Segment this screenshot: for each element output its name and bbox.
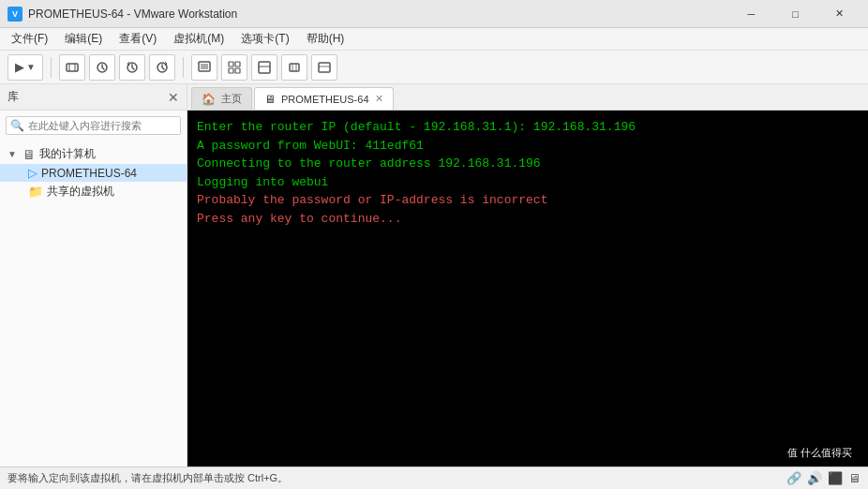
svg-rect-11 xyxy=(235,68,240,73)
vm-tab-label: PROMETHEUS-64 xyxy=(281,94,369,105)
svg-rect-17 xyxy=(319,63,330,72)
menu-tab[interactable]: 选项卡(T) xyxy=(233,29,296,49)
status-icons: 🔗 🔊 ⬛ 🖥 xyxy=(786,471,861,485)
snapshot-manager-button[interactable] xyxy=(119,54,145,81)
autofit-button[interactable] xyxy=(311,54,337,81)
terminal-line-3: Connecting to the router address 192.168… xyxy=(197,155,859,173)
terminal-line-2: A password from WebUI: 411edf61 xyxy=(197,137,859,156)
network-status-icon: 🔗 xyxy=(786,471,801,485)
menu-view[interactable]: 查看(V) xyxy=(112,29,164,49)
toolbar: ▶▼ xyxy=(0,51,868,84)
snapshot-button[interactable] xyxy=(89,54,115,81)
sidebar-item-prometheus64[interactable]: ▷ PROMETHEUS-64 xyxy=(0,164,187,182)
svg-rect-10 xyxy=(229,68,233,73)
svg-rect-14 xyxy=(290,64,299,71)
menu-vm[interactable]: 虚拟机(M) xyxy=(166,29,232,49)
send-ctrl-alt-del-button[interactable] xyxy=(59,54,85,81)
menu-file[interactable]: 文件(F) xyxy=(4,29,55,49)
terminal-line-4: Logging into webui xyxy=(197,173,859,192)
status-bar: 要将输入定向到该虚拟机，请在虚拟机内部单击或按 Ctrl+G。 🔗 🔊 ⬛ 🖥 xyxy=(0,467,868,489)
sidebar-item-shared-vms[interactable]: 📁 共享的虚拟机 xyxy=(0,182,187,201)
search-icon: 🔍 xyxy=(10,119,24,132)
stretch-button[interactable] xyxy=(281,54,307,81)
usb-status-icon: ⬛ xyxy=(828,471,843,485)
window-controls: ─ □ ✕ xyxy=(730,5,861,23)
terminal-line-6: Press any key to continue... xyxy=(197,210,859,229)
computer-icon: 🖥 xyxy=(22,147,36,162)
vm-tree: ▼ 🖥 我的计算机 ▷ PROMETHEUS-64 📁 共享的虚拟机 xyxy=(0,141,187,467)
menu-bar: 文件(F) 编辑(E) 查看(V) 虚拟机(M) 选项卡(T) 帮助(H) xyxy=(0,28,868,51)
svg-rect-0 xyxy=(67,64,78,71)
maximize-button[interactable]: □ xyxy=(774,5,816,23)
home-tab-icon: 🏠 xyxy=(202,93,216,106)
shared-icon: 📁 xyxy=(28,185,43,199)
search-input[interactable] xyxy=(28,120,176,131)
close-button[interactable]: ✕ xyxy=(818,5,861,23)
tab-close-button[interactable]: ✕ xyxy=(375,94,383,104)
expand-icon: ▼ xyxy=(7,149,19,159)
status-text: 要将输入定向到该虚拟机，请在虚拟机内部单击或按 Ctrl+G。 xyxy=(7,471,288,485)
svg-rect-9 xyxy=(235,62,240,67)
vm-tab-icon: 🖥 xyxy=(264,93,276,106)
tab-prometheus64[interactable]: 🖥 PROMETHEUS-64 ✕ xyxy=(254,87,394,110)
my-computer-group[interactable]: ▼ 🖥 我的计算机 xyxy=(0,144,187,164)
sidebar-title: 库 xyxy=(7,89,19,105)
home-tab-label: 主页 xyxy=(221,92,242,106)
terminal-line-1: Enter the router IP (default - 192.168.3… xyxy=(197,118,859,137)
svg-rect-7 xyxy=(201,64,208,69)
sidebar-header: 库 ✕ xyxy=(0,84,187,111)
terminal-line-5: Probably the password or IP-address is i… xyxy=(197,191,859,210)
svg-rect-12 xyxy=(259,62,270,73)
revert-snapshot-button[interactable] xyxy=(149,54,175,81)
vm-label: PROMETHEUS-64 xyxy=(41,167,137,180)
menu-help[interactable]: 帮助(H) xyxy=(299,29,352,49)
tab-home[interactable]: 🏠 主页 xyxy=(191,87,252,110)
content-area: 🏠 主页 🖥 PROMETHEUS-64 ✕ Enter the router … xyxy=(187,84,868,467)
main-layout: 库 ✕ 🔍 ▼ 🖥 我的计算机 ▷ PROMETHEUS-64 📁 共享的虚拟机 xyxy=(0,84,868,467)
title-bar: V PROMETHEUS-64 - VMware Workstation ─ □… xyxy=(0,0,868,28)
app-icon: V xyxy=(7,7,22,22)
full-screen-button[interactable] xyxy=(191,54,217,81)
vm-icon: ▷ xyxy=(28,166,37,180)
svg-rect-8 xyxy=(229,62,233,67)
switch-view-button[interactable] xyxy=(251,54,277,81)
my-computer-label: 我的计算机 xyxy=(39,146,96,162)
unity-button[interactable] xyxy=(221,54,247,81)
tabs-bar: 🏠 主页 🖥 PROMETHEUS-64 ✕ xyxy=(187,84,868,111)
toolbar-separator-1 xyxy=(51,57,52,78)
sidebar: 库 ✕ 🔍 ▼ 🖥 我的计算机 ▷ PROMETHEUS-64 📁 共享的虚拟机 xyxy=(0,84,187,467)
shared-label: 共享的虚拟机 xyxy=(47,184,114,200)
power-button[interactable]: ▶▼ xyxy=(7,54,43,81)
minimize-button[interactable]: ─ xyxy=(730,5,772,23)
menu-edit[interactable]: 编辑(E) xyxy=(57,29,110,49)
terminal-view[interactable]: Enter the router IP (default - 192.168.3… xyxy=(187,111,868,467)
display-status-icon: 🖥 xyxy=(848,471,861,485)
window-title: PROMETHEUS-64 - VMware Workstation xyxy=(28,7,725,21)
sound-status-icon: 🔊 xyxy=(807,471,822,485)
toolbar-separator-2 xyxy=(183,57,184,78)
search-box: 🔍 xyxy=(6,116,181,135)
sidebar-close-button[interactable]: ✕ xyxy=(168,91,179,104)
